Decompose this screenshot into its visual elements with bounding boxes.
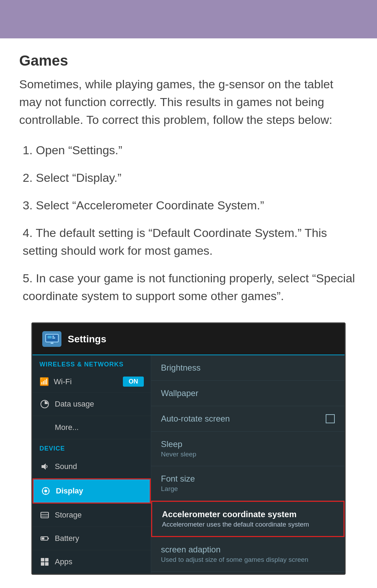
right-item-font-size[interactable]: Font size Large [151,466,345,501]
step-4: 4. The default setting is “Default Coord… [19,224,358,260]
display-icon [40,486,51,496]
battery-icon [39,533,50,544]
right-item-auto-rotate[interactable]: Auto-rotate screen [151,406,345,432]
svg-marker-6 [42,463,46,470]
more-label: More... [55,423,79,432]
svg-rect-3 [52,337,55,338]
screen-adaption-label: screen adaption [161,545,335,554]
section-device: DEVICE [32,439,151,455]
sidebar-item-more[interactable]: More... [32,416,151,439]
data-usage-icon [39,399,50,409]
sound-label: Sound [55,462,77,471]
step-1: 1. Open “Settings.” [19,141,358,159]
sidebar-item-storage[interactable]: Storage [32,504,151,527]
step-5: 5. In case your game is not functioning … [19,269,358,305]
battery-label: Battery [55,534,79,543]
font-size-subtitle: Large [161,485,335,493]
display-label: Display [56,486,83,496]
accelerometer-subtitle: Accelerometer uses the default coordinat… [162,521,334,528]
wifi-toggle[interactable]: ON [123,377,144,387]
step-3: 3. Select “Accelerometer Coordinate Syst… [19,196,358,214]
settings-topbar: Settings [32,323,345,355]
auto-rotate-label: Auto-rotate screen [161,414,230,424]
font-size-label: Font size [161,474,335,484]
data-usage-label: Data usage [55,400,94,409]
games-title: Games [19,52,358,69]
step-2: 2. Select “Display.” [19,169,358,187]
svg-rect-17 [48,538,49,539]
wifi-label: Wi-Fi [54,377,123,386]
sidebar-item-battery[interactable]: Battery [32,527,151,550]
more-icon [39,422,50,433]
svg-rect-2 [52,336,54,337]
wifi-icon: 📶 [39,377,49,386]
right-item-brightness[interactable]: Brightness [151,355,345,381]
accelerometer-label: Accelerometer coordinate system [162,509,334,519]
steps-list: 1. Open “Settings.” 2. Select “Display.”… [19,141,358,305]
right-item-accelerometer[interactable]: Accelerometer coordinate system Accelero… [151,501,345,537]
right-item-sleep[interactable]: Sleep Never sleep [151,432,345,466]
svg-rect-13 [41,512,49,518]
svg-rect-4 [51,343,53,344]
settings-body: WIRELESS & NETWORKS 📶 Wi-Fi ON Dat [32,355,345,574]
svg-rect-19 [41,558,44,561]
apps-icon [39,557,50,567]
svg-rect-18 [42,537,44,539]
screen-adaption-subtitle: Used to adjust size of some games displa… [161,556,335,564]
settings-screenshot: Settings WIRELESS & NETWORKS 📶 Wi-Fi ON [31,322,346,575]
right-item-wallpaper[interactable]: Wallpaper [151,381,345,406]
sidebar-item-sound[interactable]: Sound [32,455,151,478]
sleep-subtitle: Never sleep [161,451,335,458]
settings-sidebar: WIRELESS & NETWORKS 📶 Wi-Fi ON Dat [32,355,151,574]
sound-icon [39,461,50,472]
purple-header [0,0,377,38]
svg-rect-20 [45,558,49,561]
content-area: Games Sometimes, while playing games, th… [0,38,377,588]
storage-icon [39,510,50,520]
sidebar-item-wifi[interactable]: 📶 Wi-Fi ON [32,371,151,393]
auto-rotate-checkbox[interactable] [326,414,335,423]
svg-rect-21 [41,562,44,566]
section-wireless: WIRELESS & NETWORKS [32,355,151,371]
settings-right-panel: Brightness Wallpaper Auto-rotate screen … [151,355,345,574]
storage-label: Storage [55,511,82,520]
sleep-label: Sleep [161,439,335,449]
svg-rect-1 [47,336,52,338]
settings-title: Settings [68,334,106,345]
wallpaper-label: Wallpaper [161,388,335,398]
svg-rect-22 [45,562,49,566]
brightness-label: Brightness [161,363,335,373]
sidebar-item-apps[interactable]: Apps [32,550,151,574]
svg-point-8 [44,490,47,492]
right-item-screen-adaption[interactable]: screen adaption Used to adjust size of s… [151,537,345,572]
sidebar-item-data-usage[interactable]: Data usage [32,393,151,416]
sidebar-item-display[interactable]: Display [32,478,151,504]
apps-label: Apps [55,557,72,566]
games-description: Sometimes, while playing games, the g-se… [19,75,358,129]
settings-app-icon [42,331,61,347]
